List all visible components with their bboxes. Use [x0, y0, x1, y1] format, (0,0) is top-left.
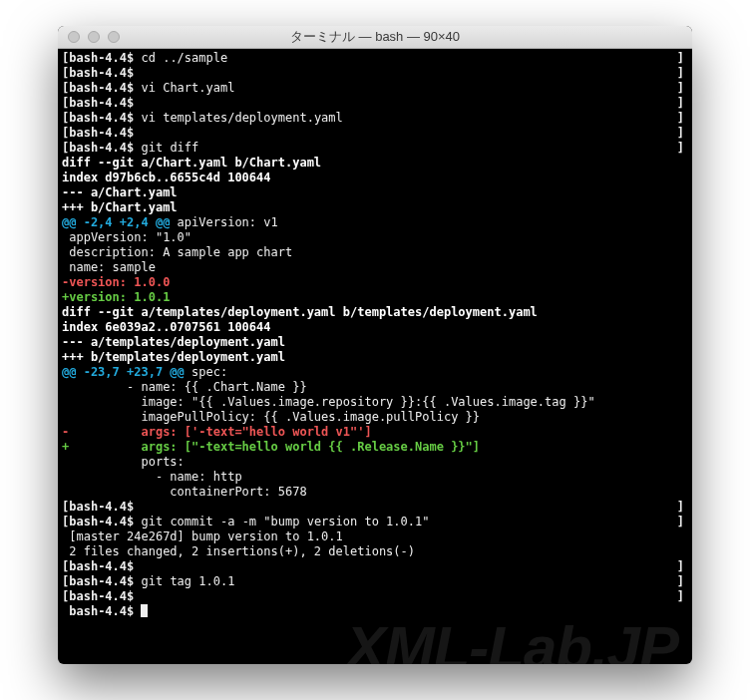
terminal-line: - args: ['-text="hello world v1"']	[62, 425, 688, 440]
terminal-line: [bash-4.4$ cd ../sample]	[62, 51, 688, 66]
terminal-line: index 6e039a2..0707561 100644	[62, 320, 688, 335]
terminal-line: - name: http	[62, 470, 688, 485]
terminal-body[interactable]: [bash-4.4$ cd ../sample][bash-4.4$ ][bas…	[58, 49, 692, 664]
shell-prompt: bash-4.4	[69, 604, 127, 618]
watermark: XML-Lab.JP	[346, 640, 678, 655]
terminal-line: description: A sample app chart	[62, 245, 688, 260]
terminal-line: diff --git a/templates/deployment.yaml b…	[62, 305, 688, 320]
terminal-line: [bash-4.4$ vi Chart.yaml]	[62, 81, 688, 96]
terminal-line: @@ -2,4 +2,4 @@ apiVersion: v1	[62, 215, 688, 230]
terminal-line: 2 files changed, 2 insertions(+), 2 dele…	[62, 544, 688, 559]
terminal-line: @@ -23,7 +23,7 @@ spec:	[62, 365, 688, 380]
command-text: git tag 1.0.1	[141, 574, 234, 588]
window-title: ターミナル — bash — 90×40	[58, 28, 692, 46]
terminal-line: [bash-4.4$ git tag 1.0.1]	[62, 574, 688, 589]
shell-prompt: bash-4.4	[69, 500, 127, 514]
terminal-line: +++ b/templates/deployment.yaml	[62, 350, 688, 365]
traffic-lights	[58, 31, 120, 43]
terminal-line: appVersion: "1.0"	[62, 230, 688, 245]
shell-prompt: bash-4.4	[69, 515, 127, 528]
cursor	[141, 604, 148, 617]
terminal-line: [bash-4.4$ git commit -a -m "bump versio…	[62, 515, 688, 529]
terminal-line: [bash-4.4$ ]	[62, 96, 688, 111]
shell-prompt: bash-4.4	[69, 589, 127, 603]
shell-prompt: bash-4.4	[69, 559, 127, 573]
command-text: vi templates/deployment.yaml	[141, 111, 342, 125]
terminal-line: name: sample	[62, 260, 688, 275]
terminal-line: bash-4.4$	[62, 604, 688, 619]
terminal-line: diff --git a/Chart.yaml b/Chart.yaml	[62, 156, 688, 171]
titlebar: ターミナル — bash — 90×40	[58, 26, 692, 49]
terminal-line: containerPort: 5678	[62, 485, 688, 500]
terminal-window: ターミナル — bash — 90×40 [bash-4.4$ cd ../sa…	[58, 26, 692, 664]
terminal-line: imagePullPolicy: {{ .Values.image.pullPo…	[62, 410, 688, 425]
terminal-line: [master 24e267d] bump version to 1.0.1	[62, 529, 688, 544]
terminal-line: + args: ["-text=hello world {{ .Release.…	[62, 440, 688, 455]
terminal-line: [bash-4.4$ ]	[62, 589, 688, 604]
shell-prompt: bash-4.4	[69, 126, 127, 140]
shell-prompt: bash-4.4	[69, 141, 127, 155]
terminal-line: [bash-4.4$ ]	[62, 126, 688, 141]
terminal-line: index d97b6cb..6655c4d 100644	[62, 171, 688, 185]
shell-prompt: bash-4.4	[69, 574, 127, 588]
terminal-line: [bash-4.4$ ]	[62, 500, 688, 515]
terminal-line: --- a/Chart.yaml	[62, 185, 688, 200]
shell-prompt: bash-4.4	[69, 81, 127, 95]
terminal-line: +++ b/Chart.yaml	[62, 200, 688, 215]
command-text: git commit -a -m "bump version to 1.0.1"	[141, 515, 429, 528]
shell-prompt: bash-4.4	[69, 66, 127, 80]
terminal-line: -version: 1.0.0	[62, 275, 688, 290]
command-text: git diff	[141, 141, 198, 155]
terminal-line: [bash-4.4$ vi templates/deployment.yaml]	[62, 111, 688, 126]
terminal-line: [bash-4.4$ ]	[62, 559, 688, 574]
command-text: vi Chart.yaml	[141, 81, 234, 95]
terminal-line: [bash-4.4$ git diff]	[62, 141, 688, 156]
close-icon[interactable]	[68, 31, 80, 43]
terminal-line: +version: 1.0.1	[62, 290, 688, 305]
terminal-line: --- a/templates/deployment.yaml	[62, 335, 688, 350]
shell-prompt: bash-4.4	[69, 51, 127, 65]
command-text: cd ../sample	[141, 51, 227, 65]
terminal-line: - name: {{ .Chart.Name }}	[62, 380, 688, 395]
terminal-line: [bash-4.4$ ]	[62, 66, 688, 81]
terminal-line: image: "{{ .Values.image.repository }}:{…	[62, 395, 688, 410]
terminal-line: ports:	[62, 455, 688, 470]
zoom-icon[interactable]	[108, 31, 120, 43]
shell-prompt: bash-4.4	[69, 111, 127, 125]
shell-prompt: bash-4.4	[69, 96, 127, 110]
minimize-icon[interactable]	[88, 31, 100, 43]
